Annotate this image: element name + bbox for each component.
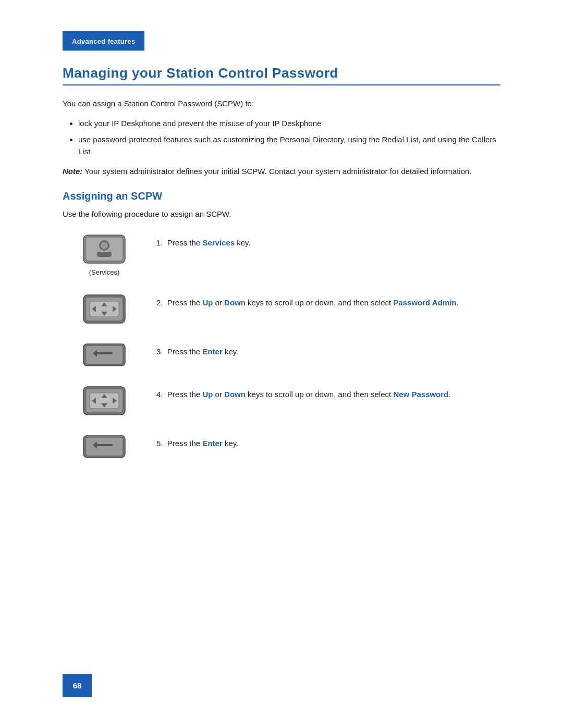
step-4-text: 4. Press the Up or Down keys to scroll u… — [156, 389, 500, 401]
intro-text: You can assign a Station Control Passwor… — [63, 98, 500, 110]
banner-text: Advanced features — [72, 38, 135, 45]
section-heading: Assigning an SCPW — [63, 190, 500, 202]
step-1-label: (Services) — [89, 268, 120, 276]
step-row-4: 4. Press the Up or Down keys to scroll u… — [73, 385, 500, 417]
svg-rect-25 — [96, 444, 113, 446]
main-title: Managing your Station Control Password — [63, 65, 500, 85]
step-row-3: 3. Press the Enter key. — [73, 342, 500, 368]
svg-rect-13 — [85, 346, 123, 364]
password-admin-label: Password Admin — [393, 298, 456, 307]
services-key-label: Services — [202, 238, 235, 247]
step-image-col-1: (Services) — [73, 233, 136, 276]
step-image-col-2 — [73, 293, 136, 325]
enter-key-icon-2 — [81, 434, 127, 460]
bullet-list: lock your IP Deskphone and prevent the m… — [78, 117, 500, 158]
step-text-2: 2. Press the Up or Down keys to scroll u… — [156, 293, 500, 309]
svg-point-4 — [101, 242, 108, 249]
list-item: use password-protected features such as … — [78, 133, 500, 158]
note-label: Note: — [63, 167, 82, 176]
enter-key-label-1: Enter — [202, 347, 222, 356]
step-row-2: 2. Press the Up or Down keys to scroll u… — [73, 293, 500, 325]
step-image-col-4 — [73, 385, 136, 417]
procedure-text: Use the following procedure to assign an… — [63, 209, 500, 218]
step-image-col-3 — [73, 342, 136, 368]
note-text: Your system administrator defines your i… — [84, 167, 471, 176]
down-key-label: Down — [224, 298, 246, 307]
steps-container: (Services) 1. Press the Services key. — [73, 233, 500, 460]
page-container: Advanced features Managing your Station … — [0, 0, 563, 728]
step-text-3: 3. Press the Enter key. — [156, 342, 500, 358]
step-text-5: 5. Press the Enter key. — [156, 434, 500, 450]
down-key-label-2: Down — [224, 390, 246, 399]
step-text-4: 4. Press the Up or Down keys to scroll u… — [156, 385, 500, 401]
up-key-label-2: Up — [202, 390, 213, 399]
up-key-label: Up — [202, 298, 213, 307]
note-block: Note: Your system administrator defines … — [63, 166, 500, 178]
step-row-5: 5. Press the Enter key. — [73, 434, 500, 460]
page-number-box: 68 — [63, 674, 92, 697]
header-banner: Advanced features — [63, 31, 144, 51]
step-text-1: 1. Press the Services key. — [156, 233, 500, 249]
scroll-key-icon-1 — [81, 293, 127, 325]
step-row-1: (Services) 1. Press the Services key. — [73, 233, 500, 276]
enter-key-label-2: Enter — [202, 439, 222, 448]
svg-rect-3 — [97, 252, 112, 257]
step-1-text: 1. Press the Services key. — [156, 237, 500, 249]
step-2-text: 2. Press the Up or Down keys to scroll u… — [156, 297, 500, 309]
page-number: 68 — [73, 681, 82, 690]
svg-rect-14 — [96, 352, 113, 354]
scroll-key-icon-2 — [81, 385, 127, 417]
new-password-label: New Password — [393, 390, 448, 399]
enter-key-icon-1 — [81, 342, 127, 368]
svg-rect-24 — [85, 437, 123, 456]
step-image-col-5 — [73, 434, 136, 460]
step-5-text: 5. Press the Enter key. — [156, 438, 500, 450]
list-item: lock your IP Deskphone and prevent the m… — [78, 117, 500, 129]
services-key-icon — [81, 233, 127, 265]
step-3-text: 3. Press the Enter key. — [156, 346, 500, 358]
